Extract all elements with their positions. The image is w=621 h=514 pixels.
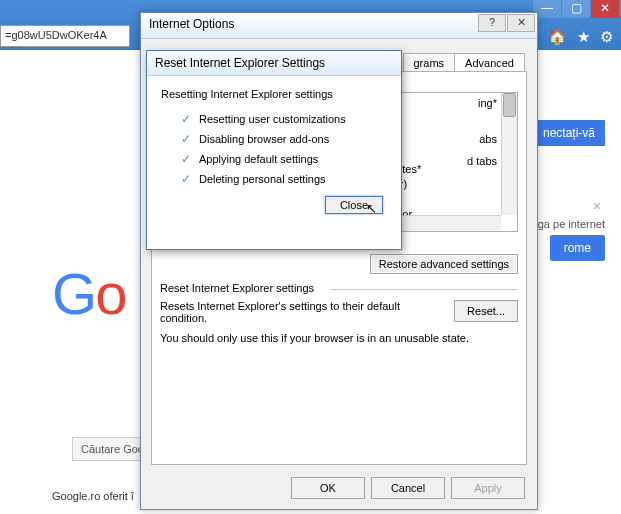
partial-text: d tabs: [467, 155, 497, 167]
cancel-button[interactable]: Cancel: [371, 477, 445, 499]
favorites-icon[interactable]: ★: [577, 28, 590, 46]
reset-step: ✓Deleting personal settings: [181, 172, 387, 186]
reset-heading: Resetting Internet Explorer settings: [161, 88, 387, 100]
footer-text: Google.ro oferit î: [52, 490, 134, 502]
reset-progress-dialog: Reset Internet Explorer Settings Resetti…: [146, 50, 402, 250]
apply-button[interactable]: Apply: [451, 477, 525, 499]
check-icon: ✓: [181, 112, 191, 126]
close-button[interactable]: Close: [325, 196, 383, 214]
signin-button[interactable]: nectați-vă: [533, 120, 605, 146]
restore-advanced-button[interactable]: Restore advanced settings: [370, 254, 518, 274]
reset-button[interactable]: Reset...: [454, 300, 518, 322]
ad-text: riga pe internet: [532, 218, 605, 230]
check-icon: ✓: [181, 132, 191, 146]
reset-step-label: Disabling browser add-ons: [199, 133, 329, 145]
tab-advanced[interactable]: Advanced: [454, 53, 525, 73]
window-controls: — ▢ ✕: [532, 0, 619, 18]
partial-text: ing*: [478, 97, 497, 109]
dialog-buttons: OK Cancel Apply: [291, 477, 525, 499]
google-logo: Go: [52, 260, 125, 327]
partial-text: abs: [479, 133, 497, 145]
settings-icon[interactable]: ⚙: [600, 28, 613, 46]
reset-step-label: Deleting personal settings: [199, 173, 326, 185]
maximize-button[interactable]: ▢: [562, 0, 590, 18]
tab-programs[interactable]: grams: [403, 53, 456, 73]
home-icon[interactable]: 🏠: [548, 28, 567, 46]
reset-fieldset: Reset Internet Explorer settings Resets …: [160, 282, 518, 344]
fieldset-legend: Reset Internet Explorer settings: [160, 282, 314, 294]
dialog-help-button[interactable]: ?: [478, 14, 506, 32]
reset-warning: You should only use this if your browser…: [160, 332, 518, 344]
reset-description: Resets Internet Explorer's settings to t…: [160, 300, 454, 324]
check-icon: ✓: [181, 172, 191, 186]
toolbar-icons: 🏠 ★ ⚙: [548, 28, 613, 46]
ok-button[interactable]: OK: [291, 477, 365, 499]
ad-close-icon[interactable]: ×: [593, 198, 601, 214]
scroll-thumb[interactable]: [503, 93, 516, 117]
dialog-window-controls: ? ✕: [477, 14, 535, 32]
reset-step: ✓Applying default settings: [181, 152, 387, 166]
check-icon: ✓: [181, 152, 191, 166]
close-button[interactable]: ✕: [591, 0, 619, 18]
reset-dialog-body: Resetting Internet Explorer settings ✓Re…: [147, 76, 401, 226]
reset-step-label: Applying default settings: [199, 153, 318, 165]
dialog-tabs: grams Advanced: [404, 53, 526, 73]
reset-step: ✓Disabling browser add-ons: [181, 132, 387, 146]
address-bar[interactable]: =g08wU5DwOKer4A: [0, 25, 130, 47]
reset-step: ✓Resetting user customizations: [181, 112, 387, 126]
reset-dialog-title: Reset Internet Explorer Settings: [147, 51, 401, 76]
reset-step-label: Resetting user customizations: [199, 113, 346, 125]
chrome-download-button[interactable]: rome: [550, 235, 605, 261]
dialog-close-button[interactable]: ✕: [507, 14, 535, 32]
vertical-scrollbar[interactable]: [501, 93, 517, 215]
